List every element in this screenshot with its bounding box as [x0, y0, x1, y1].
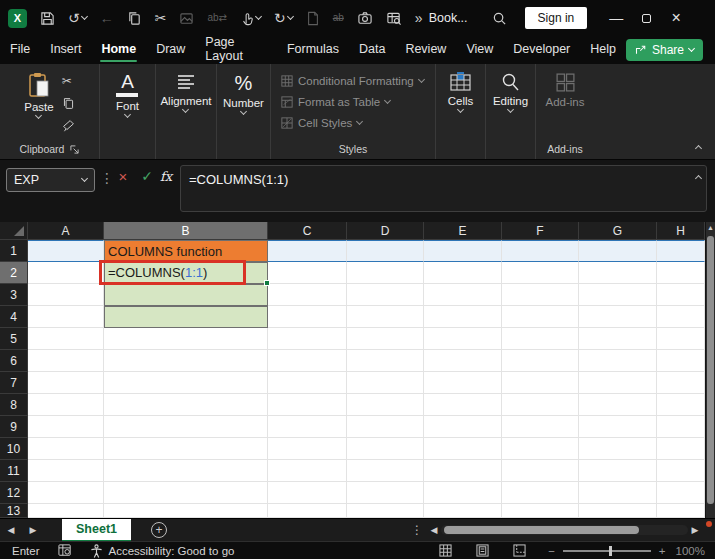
cell-E12[interactable]	[424, 482, 502, 504]
cell-H5[interactable]	[657, 328, 705, 350]
cell-A12[interactable]	[28, 482, 104, 504]
normal-view-icon[interactable]	[439, 544, 452, 557]
col-header-G[interactable]: G	[579, 222, 657, 240]
touch-mode-icon[interactable]	[240, 11, 261, 26]
cell-styles-button[interactable]: Cell Styles	[271, 112, 435, 133]
cell-G3[interactable]	[579, 284, 657, 306]
macro-record-icon[interactable]	[58, 544, 72, 557]
col-header-E[interactable]: E	[424, 222, 502, 240]
cell-A9[interactable]	[28, 416, 104, 438]
cell-A8[interactable]	[28, 394, 104, 416]
cell-E5[interactable]	[424, 328, 502, 350]
cell-H1[interactable]	[657, 240, 705, 262]
cell-B3[interactable]	[104, 284, 268, 306]
horizontal-scroll-thumb[interactable]	[444, 526, 639, 534]
formula-input[interactable]: =COLUMNS(1:1)	[180, 165, 707, 212]
cell-C9[interactable]	[268, 416, 347, 438]
alignment-button[interactable]: Alignment	[160, 64, 211, 139]
form-view-icon[interactable]	[386, 11, 402, 26]
cell-F10[interactable]	[502, 438, 579, 460]
row-header-2[interactable]: 2	[0, 262, 28, 284]
cell-B12[interactable]	[104, 482, 268, 504]
tab-formulas[interactable]: Formulas	[277, 37, 349, 63]
cells-button[interactable]: Cells	[448, 64, 474, 139]
zoom-out-icon[interactable]: −	[548, 545, 555, 557]
new-sheet-icon[interactable]: +	[151, 522, 167, 538]
col-header-D[interactable]: D	[347, 222, 424, 240]
cell-H13[interactable]	[657, 504, 705, 518]
row-header-4[interactable]: 4	[0, 306, 28, 328]
dialog-launcher-icon[interactable]	[70, 145, 79, 154]
col-header-B[interactable]: B	[104, 222, 268, 240]
cell-A4[interactable]	[28, 306, 104, 328]
cell-G9[interactable]	[579, 416, 657, 438]
col-header-A[interactable]: A	[28, 222, 104, 240]
row-header-13[interactable]: 13	[0, 504, 28, 518]
format-as-table-button[interactable]: Format as Table	[271, 91, 435, 112]
save-icon[interactable]	[40, 11, 55, 26]
cell-E10[interactable]	[424, 438, 502, 460]
accessibility-icon[interactable]	[90, 544, 103, 558]
cell-H4[interactable]	[657, 306, 705, 328]
row-header-1[interactable]: 1	[0, 240, 28, 262]
cell-C7[interactable]	[268, 372, 347, 394]
enter-check-icon[interactable]: ✓	[136, 168, 158, 184]
number-button[interactable]: % Number	[223, 64, 264, 139]
accessibility-status[interactable]: Accessibility: Good to go	[109, 545, 235, 557]
horizontal-scrollbar[interactable]: ◀ ▶	[427, 525, 702, 535]
cell-B1[interactable]: COLUMNS function	[104, 240, 268, 262]
cell-G7[interactable]	[579, 372, 657, 394]
tab-draw[interactable]: Draw	[146, 37, 195, 63]
cell-G12[interactable]	[579, 482, 657, 504]
cell-G10[interactable]	[579, 438, 657, 460]
cell-A6[interactable]	[28, 350, 104, 372]
cell-F1[interactable]	[502, 240, 579, 262]
cell-D10[interactable]	[347, 438, 424, 460]
cell-F5[interactable]	[502, 328, 579, 350]
tab-developer[interactable]: Developer	[503, 37, 580, 63]
cell-F4[interactable]	[502, 306, 579, 328]
redo-icon[interactable]: ↻	[274, 10, 293, 26]
vertical-scrollbar[interactable]: ▲	[706, 222, 715, 518]
cell-D11[interactable]	[347, 460, 424, 482]
zoom-in-icon[interactable]: +	[659, 545, 666, 557]
cut-icon[interactable]: ✂	[155, 10, 167, 26]
cell-H8[interactable]	[657, 394, 705, 416]
cell-F11[interactable]	[502, 460, 579, 482]
cell-D13[interactable]	[347, 504, 424, 518]
cell-E3[interactable]	[424, 284, 502, 306]
cell-E7[interactable]	[424, 372, 502, 394]
editing-button[interactable]: Editing	[493, 64, 528, 139]
name-box[interactable]: EXP	[6, 168, 95, 192]
minimize-button[interactable]: —	[601, 10, 631, 26]
row-header-6[interactable]: 6	[0, 350, 28, 372]
cell-C10[interactable]	[268, 438, 347, 460]
row-header-8[interactable]: 8	[0, 394, 28, 416]
cell-A3[interactable]	[28, 284, 104, 306]
cell-D2[interactable]	[347, 262, 424, 284]
cell-G13[interactable]	[579, 504, 657, 518]
cell-C1[interactable]	[268, 240, 347, 262]
cell-E1[interactable]	[424, 240, 502, 262]
cell-G6[interactable]	[579, 350, 657, 372]
cell-C5[interactable]	[268, 328, 347, 350]
cell-C3[interactable]	[268, 284, 347, 306]
cell-C11[interactable]	[268, 460, 347, 482]
cell-H7[interactable]	[657, 372, 705, 394]
cell-A10[interactable]	[28, 438, 104, 460]
cell-H12[interactable]	[657, 482, 705, 504]
cell-F2[interactable]	[502, 262, 579, 284]
cell-G1[interactable]	[579, 240, 657, 262]
maximize-button[interactable]	[631, 10, 661, 26]
cell-E13[interactable]	[424, 504, 502, 518]
cell-H10[interactable]	[657, 438, 705, 460]
cell-A5[interactable]	[28, 328, 104, 350]
cell-E9[interactable]	[424, 416, 502, 438]
cell-B8[interactable]	[104, 394, 268, 416]
cell-D6[interactable]	[347, 350, 424, 372]
cell-B6[interactable]	[104, 350, 268, 372]
sheet-nav-left-icon[interactable]: ◀	[0, 525, 22, 535]
more-commands-icon[interactable]: »	[415, 10, 423, 26]
cell-H6[interactable]	[657, 350, 705, 372]
cell-F3[interactable]	[502, 284, 579, 306]
